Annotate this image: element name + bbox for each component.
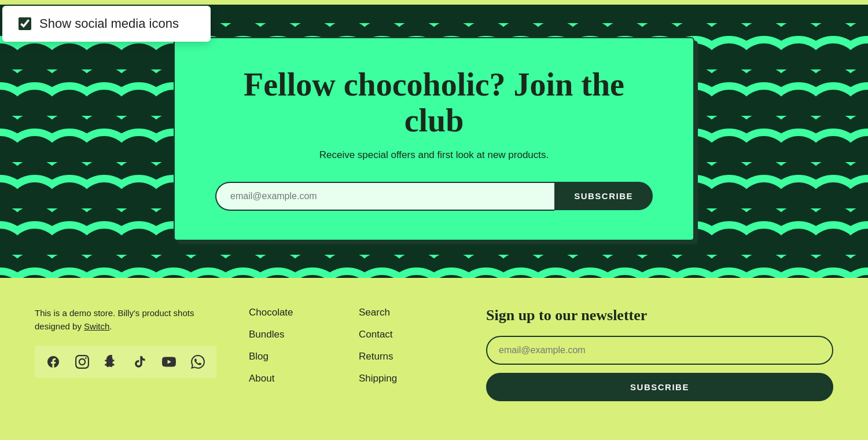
checkbox-panel: Show social media icons [2,6,211,42]
whatsapp-icon[interactable] [190,354,206,370]
newsletter-title: Fellow chocoholic? Join the club [215,67,653,138]
top-bar [0,0,868,5]
youtube-icon[interactable] [161,354,177,370]
footer-brand-col: This is a demo store. Billy's product sh… [35,307,231,378]
footer-newsletter-col: Sign up to our newsletter SUBSCRIBE [463,307,833,401]
footer-link-search[interactable]: Search [359,307,463,318]
footer-link-bundles[interactable]: Bundles [249,329,347,340]
hero-section: Fellow chocoholic? Join the club Receive… [0,0,868,278]
footer-newsletter-title: Sign up to our newsletter [486,307,833,324]
footer-link-blog[interactable]: Blog [249,351,347,362]
footer-section: This is a demo store. Billy's product sh… [0,278,868,440]
footer-link-contact[interactable]: Contact [359,329,463,340]
footer-link-shipping[interactable]: Shipping [359,373,463,384]
snapchat-icon[interactable] [103,354,119,370]
hero-email-input[interactable] [215,182,554,211]
instagram-icon[interactable] [74,354,90,370]
footer-subscribe-button[interactable]: SUBSCRIBE [486,373,833,401]
footer-link-chocolate[interactable]: Chocolate [249,307,347,318]
newsletter-subtitle: Receive special offers and first look at… [215,149,653,161]
newsletter-card: Fellow chocoholic? Join the club Receive… [174,37,694,240]
footer-link-about[interactable]: About [249,373,347,384]
social-icons-box [35,346,216,378]
newsletter-form: SUBSCRIBE [215,182,653,211]
show-social-media-checkbox[interactable] [19,17,31,30]
footer-switch-link[interactable]: Switch [84,321,109,331]
footer-link-returns[interactable]: Returns [359,351,463,362]
footer-links-col1: Chocolate Bundles Blog About [231,307,347,395]
tiktok-icon[interactable] [132,354,148,370]
show-social-media-label[interactable]: Show social media icons [39,16,179,31]
footer-brand-text: This is a demo store. Billy's product sh… [35,307,231,333]
facebook-icon[interactable] [45,354,61,370]
hero-subscribe-button[interactable]: SUBSCRIBE [554,182,653,210]
footer-email-input[interactable] [486,336,833,365]
footer-links-col2: Search Contact Returns Shipping [347,307,463,395]
